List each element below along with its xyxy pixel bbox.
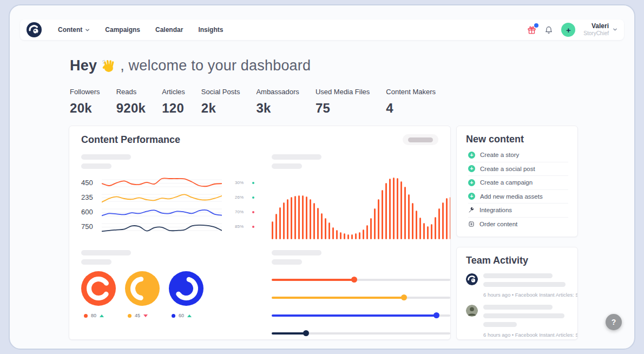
nav-item-campaigns[interactable]: Campaigns [105,26,140,34]
bar [366,225,368,239]
donut-value: 80 [91,313,96,318]
team-activity-item: 6 hours ago • Facebook Instant Articles:… [466,305,568,338]
trend-dot [252,182,254,184]
chevron-down-icon [613,27,617,32]
bar [450,197,451,239]
new-content-item-label: Order content [479,221,517,227]
bar [313,203,315,239]
bar [408,194,410,239]
stat-label: Followers [70,88,100,96]
progress-slider[interactable] [272,330,451,336]
trend-down-icon [143,314,148,317]
bar [294,196,296,239]
gift-icon[interactable] [527,25,536,35]
bar [336,230,338,239]
sparkline-chart [102,205,222,219]
slider-knob[interactable] [433,312,439,318]
team-activity-list: 6 hours ago • Facebook Instant Articles:… [466,273,568,340]
new-content-item-create-a-story[interactable]: +Create a story [468,148,568,162]
bar [283,202,285,239]
slider-fill [272,279,354,281]
sparkline-chart [102,220,222,234]
progress-slider[interactable] [272,312,451,318]
sparkline-chart [102,191,222,205]
new-content-list: +Create a story+Create a social post+Cre… [466,148,568,231]
donut-chart: 60 [169,271,203,318]
slider-knob[interactable] [303,330,309,336]
stat-ambassadors: Ambassadors3k [256,88,299,116]
plus-circle-icon: + [468,165,475,172]
legend-dot [172,314,175,318]
activity-meta: 6 hours ago • Facebook Instant Articles:… [483,332,578,338]
page-title: Hey , welcome to your dashboard [70,57,634,74]
bar [442,202,444,239]
trend-up-icon [100,314,104,317]
greeting-rest: , welcome to your dashboard [120,57,311,74]
nav-right: + Valeri StoryChief [527,23,617,37]
waving-hand-icon [101,58,116,73]
bar-chart [272,174,451,239]
stat-content-makers: Content Makers4 [386,88,436,116]
slider-knob[interactable] [351,277,357,283]
bar [382,190,383,239]
filter-button-skeleton[interactable] [403,134,438,145]
stat-articles: Articles120 [162,88,185,116]
bell-icon[interactable] [544,25,553,35]
plus-circle-icon: + [468,179,475,186]
quick-add-button[interactable]: + [561,23,575,37]
slider-knob[interactable] [401,294,407,300]
skeleton-line [81,259,111,265]
new-content-item-integrations[interactable]: Integrations [468,204,568,218]
bar [427,226,429,239]
sparkline-value-label: 600 [81,208,102,216]
bar [306,196,307,239]
bar [310,199,311,239]
bar [302,195,304,239]
nav-item-insights[interactable]: Insights [198,26,223,34]
wrench-icon [468,207,475,213]
skeleton-line [81,250,131,255]
nav-item-label: Insights [198,26,223,34]
stat-followers: Followers20k [70,88,100,116]
bar [317,208,319,239]
nav-item-calendar[interactable]: Calendar [155,26,183,34]
stat-value: 2k [201,101,240,116]
bar [400,181,402,239]
bar [378,199,379,239]
sparkline-section: 45030%23526%60070%75085% [81,154,260,239]
new-content-item-order-content[interactable]: Order content [468,218,568,232]
bar [332,227,334,239]
team-activity-item: 6 hours ago • Facebook Instant Articles:… [466,273,568,298]
bar [423,223,425,239]
sparkline-value-label: 235 [81,193,102,201]
app-window: ContentCampaignsCalendarInsights + Valer… [9,4,635,350]
legend-dot [84,314,88,318]
stat-label: Articles [162,88,185,96]
bar [279,207,281,239]
chevron-down-icon [85,28,90,32]
bar [351,234,353,239]
order-icon [468,221,475,227]
bar [287,199,288,239]
new-content-item-create-a-social-post[interactable]: +Create a social post [468,162,568,176]
help-button[interactable]: ? [606,314,622,330]
legend-dot [128,314,132,318]
new-content-item-add-new-media-assets[interactable]: +Add new media assets [468,190,568,204]
person-avatar [466,305,478,317]
skeleton-line [272,163,302,169]
progress-slider[interactable] [272,294,451,300]
cards-area: Content Performance 45030%23526%60070%75… [69,126,578,340]
nav-item-label: Content [58,26,82,34]
bar [397,178,398,239]
stat-value: 20k [70,101,100,116]
user-menu[interactable]: Valeri StoryChief [583,23,617,36]
stat-value: 75 [316,101,370,116]
bar [438,208,440,239]
bar [275,214,277,239]
storychief-logo-icon[interactable] [27,22,42,37]
donut-charts: 80 45 60 [81,271,260,318]
new-content-item-create-a-campaign[interactable]: +Create a campaign [468,176,568,190]
progress-slider[interactable] [272,277,451,283]
skeleton-line [272,259,302,265]
nav-item-content[interactable]: Content [58,26,90,34]
